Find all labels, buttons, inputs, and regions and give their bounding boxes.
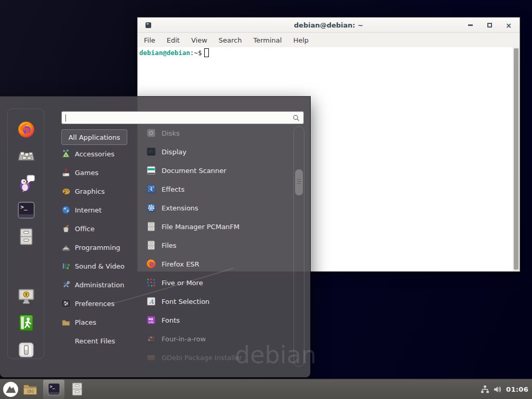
extensions-icon [146,203,156,213]
app-five-or-more[interactable]: Five or More [146,273,290,292]
app-disks[interactable]: Disks [146,124,290,142]
terminal-icon: >_ [17,201,35,219]
application-menu: >_ All Applications [0,96,311,378]
font-selection-icon: A [146,296,156,307]
maximize-button[interactable] [486,22,493,29]
search-input[interactable] [66,112,292,124]
app-label: Fonts [162,316,180,324]
log-out-button[interactable] [17,314,35,332]
pidgin-icon [17,174,35,192]
terminal-scrollbar-thumb[interactable] [514,48,518,270]
category-graphics[interactable]: Graphics [61,182,139,201]
fonts-icon: aaa& [146,315,156,325]
all-applications-button[interactable]: All Applications [61,129,127,145]
display-icon [146,147,156,157]
prompt-user-host: debian@debian [139,49,190,57]
minimize-button[interactable] [467,22,474,29]
app-file-manager-pcmanfm[interactable]: File Manager PCManFM [146,217,290,236]
menu-scrollbar[interactable] [294,126,304,367]
application-list: Disks Display Document Scanner Effects E… [146,124,290,367]
app-label: Firefox ESR [162,260,200,268]
search-icon [292,114,300,122]
category-label: Sound & Video [75,262,125,270]
menu-search-box [61,111,304,124]
shutdown-button[interactable] [17,341,35,359]
system-tray: 01:06 [481,385,528,394]
office-icon [61,224,71,233]
category-places[interactable]: Places [61,313,139,331]
category-sound-video[interactable]: Sound & Video [61,257,139,275]
menu-terminal[interactable]: Terminal [253,36,282,44]
app-label: Font Selection [162,298,209,305]
taskbar-terminal-button[interactable]: >_ [43,380,64,399]
terminal-window-title: debian@debian: ~ [138,21,520,29]
graphics-icon [61,187,71,196]
favorite-terminal-button[interactable]: >_ [17,201,35,219]
favorites-column: >_ [7,109,44,359]
taskbar-menu-button[interactable] [3,381,19,397]
category-label: Recent Files [75,337,115,345]
app-font-selection[interactable]: A Font Selection [146,292,290,311]
minimize-icon [468,24,473,26]
prompt-suffix: :~$ [190,49,202,57]
menu-help[interactable]: Help [293,36,309,44]
app-gdebi-package-installer[interactable]: GDebi Package Installer [146,348,290,367]
accessories-icon [61,149,71,158]
category-office[interactable]: Office [61,219,139,238]
shutdown-icon [17,341,35,359]
category-internet[interactable]: Internet [61,201,139,219]
log-out-icon [17,314,35,332]
lock-screen-button[interactable] [17,287,35,305]
clock[interactable]: 01:06 [506,385,528,393]
menu-search[interactable]: Search [219,36,242,44]
close-button[interactable]: × [505,22,512,29]
menu-file[interactable]: File [144,36,155,44]
svg-text:a&: a& [149,320,154,324]
app-effects[interactable]: Effects [146,180,290,198]
favorite-keyboard-button[interactable] [17,147,35,165]
app-files[interactable]: Files [146,236,290,255]
terminal-titlebar[interactable]: debian@debian: ~ × [138,18,520,33]
app-document-scanner[interactable]: Document Scanner [146,161,290,180]
app-fonts[interactable]: aaa& Fonts [146,311,290,329]
volume-icon[interactable] [493,385,502,394]
menu-scrollbar-thumb[interactable] [295,169,303,195]
desktop: debian@debian: ~ × File Edit View Search… [0,0,532,399]
svg-text:>_: >_ [49,384,55,389]
all-applications-label: All Applications [69,134,121,141]
app-label: Files [162,242,177,249]
favorite-files-button[interactable] [17,228,35,246]
category-programming[interactable]: Programming [61,238,139,257]
gdebi-icon [146,352,156,363]
sound-video-icon [61,261,71,271]
category-recent-files[interactable]: Recent Files [61,331,139,350]
svg-text:>_: >_ [20,204,28,210]
app-extensions[interactable]: Extensions [146,198,290,217]
taskbar-files-button[interactable] [71,382,84,396]
favorite-pidgin-button[interactable] [17,174,35,192]
internet-icon [61,205,71,215]
menu-view[interactable]: View [191,36,207,44]
maximize-icon [487,23,492,28]
firefox-icon [146,259,156,269]
menu-edit[interactable]: Edit [167,36,180,44]
document-scanner-icon [146,165,156,176]
taskbar-file-manager-button[interactable]: [D] [22,382,38,396]
four-in-a-row-icon [146,334,156,344]
category-administration[interactable]: Administration [61,275,139,294]
app-display[interactable]: Display [146,142,290,161]
category-preferences[interactable]: Preferences [61,294,139,313]
network-icon[interactable] [481,385,489,394]
app-firefox-esr[interactable]: Firefox ESR [146,255,290,273]
terminal-scrollbar[interactable] [513,47,520,271]
app-four-in-a-row[interactable]: Four-in-a-row [146,329,290,348]
category-label: Places [75,318,96,326]
category-games[interactable]: Games [61,163,139,182]
favorite-firefox-button[interactable] [17,121,35,139]
file-cabinet-icon [17,228,35,246]
effects-icon [146,184,156,194]
app-label: Effects [162,185,184,193]
category-label: Graphics [75,188,104,195]
category-accessories[interactable]: Accessories [61,144,139,163]
terminal-menubar: File Edit View Search Terminal Help [138,33,520,47]
